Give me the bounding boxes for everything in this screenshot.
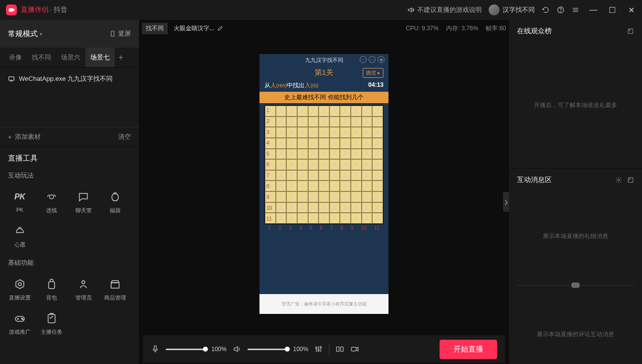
tool-pk[interactable]: PKPK bbox=[4, 185, 36, 219]
game-minimize-icon: — bbox=[369, 56, 376, 63]
refresh-icon[interactable] bbox=[542, 6, 550, 14]
flip-icon[interactable] bbox=[335, 345, 344, 354]
mixer-icon[interactable] bbox=[314, 345, 323, 354]
notice-link[interactable]: 不建议直播的游戏说明 bbox=[407, 5, 482, 14]
mic-icon[interactable] bbox=[151, 345, 160, 354]
start-stream-button[interactable]: 开始直播 bbox=[440, 340, 497, 359]
svg-point-24 bbox=[318, 350, 320, 351]
game-preview: 九九汉字找不同 ⋯ — ◉ 第1关 跳过▸ 从人(rén)中找出入(rù) 04… bbox=[259, 54, 388, 314]
svg-rect-28 bbox=[352, 347, 357, 351]
tool-admin[interactable]: 管理员 bbox=[67, 272, 99, 306]
basic-title: 基础功能 bbox=[0, 255, 139, 270]
svg-point-30 bbox=[618, 179, 620, 181]
difficulty-banner: 史上最难找不同 你能找到几个 bbox=[259, 92, 388, 103]
popout-icon[interactable] bbox=[627, 28, 634, 35]
audience-placeholder: 开播后，可了解本场谁送礼最多 bbox=[509, 43, 642, 168]
character-grid: 人人人人人人人人人人人人人人人人人人人人人人人人人人人人人人人人人人人人人人人人… bbox=[264, 105, 384, 224]
menu-icon[interactable] bbox=[572, 6, 579, 14]
close-button[interactable]: ✕ bbox=[626, 5, 636, 15]
tool-chatroom[interactable]: 聊天室 bbox=[67, 185, 99, 219]
svg-rect-26 bbox=[337, 347, 339, 352]
orientation-toggle[interactable]: 竖屏 bbox=[109, 29, 131, 38]
tool-wish[interactable]: 心愿 bbox=[4, 219, 36, 253]
add-scene-button[interactable]: + bbox=[115, 53, 127, 62]
camera-icon[interactable] bbox=[350, 345, 359, 354]
skip-button: 跳过▸ bbox=[363, 68, 384, 78]
level-label: 第1关 bbox=[315, 68, 333, 77]
svg-rect-31 bbox=[628, 178, 633, 182]
popout-icon[interactable] bbox=[627, 177, 634, 183]
clear-button[interactable]: 清空 bbox=[118, 132, 131, 141]
avatar[interactable] bbox=[489, 4, 500, 15]
sidebar: 常规模式 竖屏 录像 找不同 场景六 场景七 + WeChatApp.exe 九… bbox=[0, 20, 139, 364]
messages-title: 互动消息区 bbox=[517, 176, 552, 184]
speaker-slider[interactable] bbox=[248, 349, 287, 350]
svg-point-4 bbox=[561, 11, 561, 12]
speaker-volume: 100% bbox=[293, 346, 309, 353]
svg-rect-12 bbox=[49, 282, 55, 289]
tool-luckybag[interactable]: 福袋 bbox=[99, 185, 131, 219]
source-item[interactable]: WeChatApp.exe 九九汉字找不同 bbox=[0, 71, 139, 86]
scene-tab[interactable]: 场景六 bbox=[56, 48, 85, 67]
right-panel: ❯ 在线观众榜 开播后，可了解本场谁送礼最多 互动消息区 展示本场直播的礼物消息… bbox=[509, 20, 642, 364]
app-logo-icon bbox=[6, 4, 17, 15]
svg-point-16 bbox=[21, 318, 22, 319]
preview-area[interactable]: 九九汉字找不同 ⋯ — ◉ 第1关 跳过▸ 从人(rén)中找出入(rù) 04… bbox=[139, 37, 509, 331]
mode-selector[interactable]: 常规模式 bbox=[8, 29, 42, 39]
interactive-title: 互动玩法 bbox=[0, 168, 139, 183]
timer: 04:13 bbox=[368, 81, 384, 90]
tool-tasks[interactable]: 主播任务 bbox=[36, 306, 67, 341]
bottom-toolbar: 100% 100% 开始直播 bbox=[143, 335, 505, 363]
titlebar: 直播伴侣 · 抖音 不建议直播的游戏说明 汉字找不同 — ☐ ✕ bbox=[0, 0, 642, 20]
split-handle[interactable] bbox=[572, 283, 579, 288]
svg-point-17 bbox=[22, 319, 23, 320]
add-material-button[interactable]: +添加素材 bbox=[8, 132, 41, 141]
tool-gamepromo[interactable]: 游戏推广 bbox=[4, 306, 36, 341]
game-app-title: 九九汉字找不同 bbox=[305, 57, 343, 64]
app-subtitle: · 抖音 bbox=[50, 5, 67, 14]
mic-slider[interactable] bbox=[166, 349, 205, 350]
settings-icon[interactable] bbox=[615, 177, 622, 183]
svg-rect-29 bbox=[628, 29, 633, 33]
mic-volume: 100% bbox=[211, 346, 227, 353]
game-footer: 暂无广告，最终请引导看小程序流量主功能 bbox=[259, 294, 388, 314]
scene-tab[interactable]: 场景七 bbox=[85, 48, 115, 67]
svg-point-13 bbox=[82, 281, 85, 284]
user-name: 汉字找不同 bbox=[503, 5, 535, 14]
help-icon[interactable] bbox=[557, 6, 565, 14]
svg-rect-0 bbox=[9, 8, 13, 12]
tool-settings[interactable]: 直播设置 bbox=[4, 272, 36, 306]
rule-text: 从人(rén)中找出入(rù) bbox=[264, 81, 319, 90]
audience-title: 在线观众榜 bbox=[517, 27, 552, 36]
svg-rect-18 bbox=[48, 314, 55, 323]
comment-placeholder: 展示本场直播的评论互动消息 bbox=[509, 290, 642, 364]
svg-rect-19 bbox=[154, 346, 157, 350]
gift-placeholder: 展示本场直播的礼物消息 bbox=[509, 191, 642, 281]
svg-point-23 bbox=[316, 347, 317, 349]
svg-point-11 bbox=[18, 283, 21, 286]
tools-title: 直播工具 bbox=[0, 147, 139, 168]
scene-name[interactable]: 火眼金睛汉字... bbox=[174, 24, 223, 33]
scene-tab[interactable]: 找不同 bbox=[27, 48, 56, 67]
speaker-icon[interactable] bbox=[233, 345, 242, 354]
tool-connect[interactable]: 连线 bbox=[36, 185, 67, 219]
svg-rect-8 bbox=[111, 31, 114, 37]
app-title: 直播伴侣 bbox=[21, 5, 49, 14]
edit-icon[interactable] bbox=[217, 25, 223, 31]
performance-stats: CPU: 9.37% 内存: 3.76% 帧率:60 bbox=[400, 24, 506, 33]
game-close-icon: ◉ bbox=[378, 56, 385, 63]
tool-products[interactable]: 商品管理 bbox=[99, 272, 131, 306]
scene-tab[interactable]: 录像 bbox=[4, 48, 27, 67]
svg-rect-27 bbox=[341, 347, 343, 352]
maximize-button[interactable]: ☐ bbox=[607, 5, 617, 15]
game-menu-icon: ⋯ bbox=[360, 56, 367, 63]
svg-rect-9 bbox=[9, 77, 14, 80]
collapse-right-icon[interactable]: ❯ bbox=[503, 192, 509, 212]
preview-tab[interactable]: 找不同 bbox=[142, 23, 168, 34]
minimize-button[interactable]: — bbox=[588, 5, 598, 14]
center-panel: 找不同 火眼金睛汉字... CPU: 9.37% 内存: 3.76% 帧率:60… bbox=[139, 20, 509, 364]
svg-point-25 bbox=[320, 347, 321, 348]
svg-rect-14 bbox=[111, 283, 119, 288]
tool-backpack[interactable]: 背包 bbox=[36, 272, 67, 306]
scene-tabs: 录像 找不同 场景六 场景七 + bbox=[0, 48, 139, 67]
